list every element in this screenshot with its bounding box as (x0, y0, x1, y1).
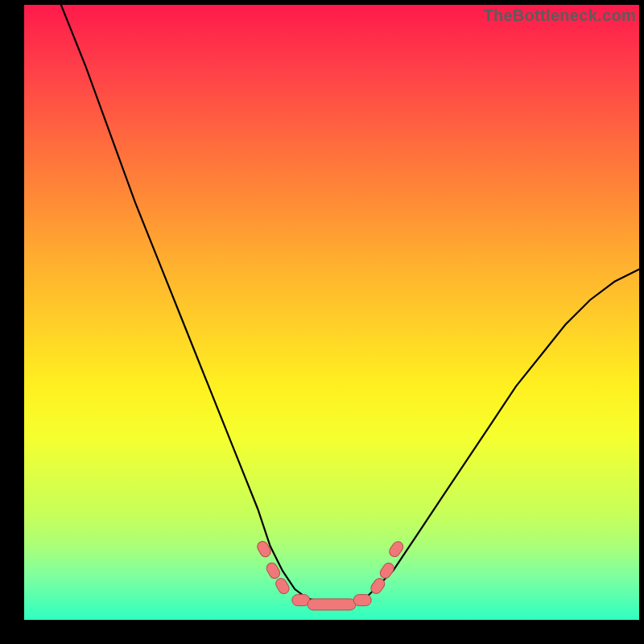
chart-frame: TheBottleneck.com (0, 0, 644, 644)
valley-marker (308, 599, 356, 610)
valley-markers (255, 539, 405, 610)
valley-marker (292, 595, 310, 606)
bottleneck-curve (61, 5, 639, 605)
plot-area (24, 5, 639, 620)
valley-marker (378, 561, 396, 580)
curve-layer (24, 5, 639, 620)
watermark-text: TheBottleneck.com (483, 6, 636, 25)
valley-marker (353, 595, 371, 606)
valley-marker (255, 539, 272, 559)
